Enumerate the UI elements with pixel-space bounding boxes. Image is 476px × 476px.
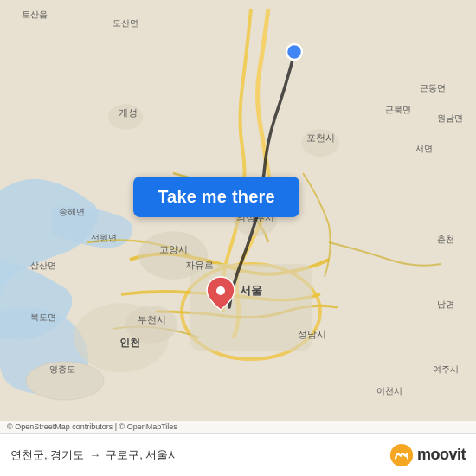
footer-left: 연천군, 경기도 → 구로구, 서울시 bbox=[10, 447, 179, 463]
svg-text:남면: 남면 bbox=[437, 299, 454, 309]
svg-text:서면: 서면 bbox=[415, 144, 433, 153]
svg-text:서울: 서울 bbox=[240, 284, 262, 297]
destination-label: 구로구, 서울시 bbox=[106, 447, 179, 463]
svg-text:삼산면: 삼산면 bbox=[30, 261, 56, 270]
svg-rect-3 bbox=[190, 264, 312, 351]
svg-text:성남시: 성남시 bbox=[298, 329, 326, 339]
take-me-there-button[interactable]: Take me there bbox=[133, 177, 299, 217]
arrow-icon: → bbox=[89, 448, 100, 461]
svg-text:고양시: 고양시 bbox=[159, 244, 188, 254]
svg-text:개성: 개성 bbox=[119, 107, 138, 118]
svg-text:근북면: 근북면 bbox=[385, 105, 411, 114]
origin-label: 연천군, 경기도 bbox=[10, 447, 84, 463]
copyright-bar: © OpenStreetMap contributors | © OpenMap… bbox=[0, 421, 476, 433]
svg-point-6 bbox=[138, 231, 208, 280]
moovit-brand-text: moovit bbox=[417, 446, 466, 464]
footer: 연천군, 경기도 → 구로구, 서울시 moovit bbox=[0, 433, 476, 476]
svg-point-34 bbox=[286, 44, 302, 60]
map-container: 개성 송해면 선원면 삼산면 북도면 영종도 인천 부천시 고양시 자유로 의정… bbox=[0, 0, 476, 433]
svg-text:도산면: 도산면 bbox=[113, 18, 138, 28]
svg-text:북도면: 북도면 bbox=[30, 312, 56, 322]
svg-text:여주시: 여주시 bbox=[433, 364, 459, 374]
svg-text:인천: 인천 bbox=[119, 337, 140, 349]
svg-text:원남면: 원남면 bbox=[437, 113, 463, 123]
svg-text:이천시: 이천시 bbox=[376, 386, 402, 396]
svg-point-35 bbox=[216, 286, 225, 295]
svg-text:영종도: 영종도 bbox=[49, 364, 75, 374]
svg-text:근동면: 근동면 bbox=[420, 83, 446, 93]
moovit-icon bbox=[389, 443, 414, 467]
svg-text:부천시: 부천시 bbox=[138, 314, 166, 325]
route-info: 연천군, 경기도 → 구로구, 서울시 bbox=[10, 447, 179, 463]
button-overlay: Take me there bbox=[113, 173, 320, 220]
svg-text:선원면: 선원면 bbox=[91, 233, 117, 242]
moovit-logo: moovit bbox=[389, 443, 466, 467]
copyright-text: © OpenStreetMap contributors | © OpenMap… bbox=[7, 422, 177, 431]
svg-text:자유로: 자유로 bbox=[185, 260, 214, 270]
svg-text:송해면: 송해면 bbox=[59, 207, 85, 216]
svg-text:포천시: 포천시 bbox=[306, 132, 335, 143]
svg-text:토산읍: 토산읍 bbox=[22, 10, 48, 19]
svg-text:춘천: 춘천 bbox=[437, 235, 454, 244]
